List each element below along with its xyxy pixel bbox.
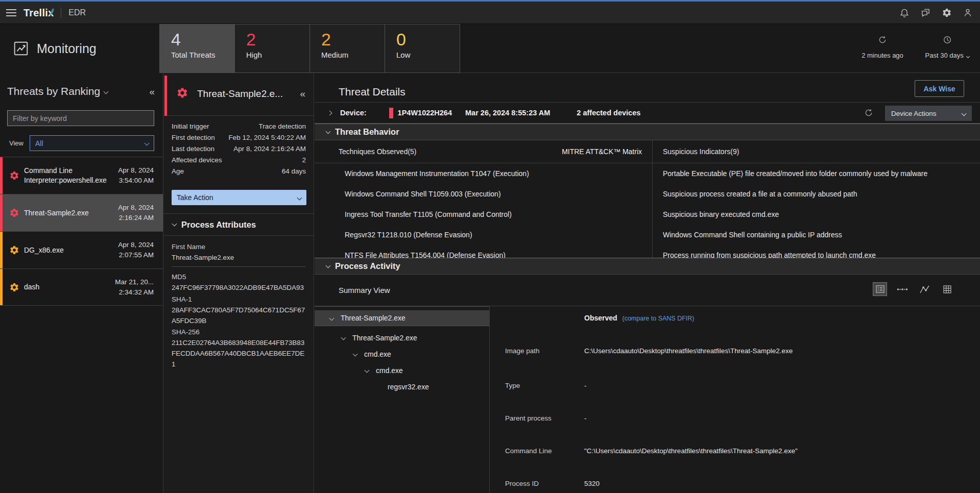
behavior-table-body: Windows Management Instrumentation T1047…: [315, 163, 980, 258]
sidebar-collapse-button[interactable]: [149, 86, 155, 97]
observed-label: Observed: [584, 314, 617, 322]
hamburger-menu-icon[interactable]: [6, 9, 16, 16]
device-severity-bar: [389, 108, 393, 118]
chevron-down-icon: [966, 55, 970, 58]
take-action-dropdown[interactable]: Take Action: [172, 190, 306, 205]
technique-row[interactable]: Windows Command Shell T1059.003 (Executi…: [345, 190, 501, 200]
filter-keyword-input[interactable]: [7, 110, 154, 126]
last-refreshed-text: 2 minutes ago: [862, 52, 903, 59]
threat-behavior-section-header[interactable]: Threat Behavior: [315, 124, 980, 140]
chevron-down-icon: [326, 129, 331, 134]
threat-list: Command Line Interpreter:powershell.exe …: [0, 157, 163, 306]
tile-medium[interactable]: 2 Medium: [309, 24, 385, 73]
threat-gear-icon: [176, 87, 188, 99]
clock-icon: [919, 35, 975, 44]
high-count: 2: [246, 30, 309, 49]
sidebar-title[interactable]: Threats by Ranking: [7, 85, 108, 97]
suspicious-indicators-header: Suspicious Indicators(9): [663, 147, 739, 156]
command-line-label: Command Line: [505, 447, 552, 455]
tile-high[interactable]: 2 High: [234, 24, 310, 73]
device-actions-dropdown[interactable]: Device Actions: [885, 106, 972, 121]
affected-devices-text: 2 affected devices: [577, 109, 640, 117]
feedback-icon[interactable]: [920, 8, 931, 18]
process-attributes-section-header[interactable]: Process Attributes: [163, 213, 314, 236]
top-navigation-bar: Trellix EDR: [0, 0, 980, 24]
technique-row[interactable]: Regsvr32 T1218.010 (Defense Evasion): [345, 231, 472, 241]
process-tree-node[interactable]: Threat-Sample2.exe: [315, 330, 489, 346]
attribute-first-name: First Name Threat-Sample2.exe: [172, 243, 306, 263]
medium-label: Medium: [321, 51, 385, 59]
attribute-sha256: SHA-256 211C2E02764A3B683948E08E44FB73B8…: [172, 328, 306, 369]
total-threats-label: Total Threats: [171, 51, 234, 59]
threat-list-item[interactable]: Threat-Sample2.exe Apr 8, 20242:16:24 AM: [0, 194, 163, 231]
threat-behavior-title: Threat Behavior: [335, 127, 399, 137]
severity-stripe: [0, 157, 3, 194]
field-affected-devices: Affected devices2: [172, 156, 306, 167]
process-tree-node[interactable]: cmd.exe: [315, 346, 489, 362]
tile-low[interactable]: 0 Low: [385, 24, 460, 73]
user-account-icon[interactable]: [963, 8, 973, 18]
chevron-down-icon: [297, 195, 302, 200]
graph-view-icon[interactable]: [918, 282, 932, 296]
indicator-row[interactable]: Portable Executable (PE) file created/mo…: [663, 169, 927, 180]
device-refresh-icon[interactable]: [864, 108, 873, 117]
process-activity-section-header[interactable]: Process Activity: [315, 258, 980, 275]
indicator-row[interactable]: Suspicious binary executed cmd.exe: [663, 210, 779, 220]
indicator-row[interactable]: Suspicious process created a file at a c…: [663, 190, 857, 200]
grid-view-icon[interactable]: [940, 282, 954, 296]
process-name: Threat-Sample2.exe: [341, 314, 405, 322]
process-name: regsvr32.exe: [388, 383, 429, 391]
threat-details-panel: Threat Details Ask Wise Device: 1P4W1022…: [315, 73, 980, 493]
indicator-row[interactable]: Windows Command Shell containing a publi…: [663, 231, 842, 241]
time-range-selector[interactable]: Past 30 days: [919, 35, 975, 60]
sidebar-title-text: Threats by Ranking: [7, 85, 100, 97]
process-tree-node[interactable]: Threat-Sample2.exe: [315, 310, 489, 326]
threats-sidebar: Threats by Ranking View All Command Line…: [0, 73, 163, 493]
field-initial-trigger: Initial triggerTrace detection: [172, 122, 306, 134]
process-tree-node[interactable]: regsvr32.exe: [315, 379, 489, 395]
notifications-bell-icon[interactable]: [899, 8, 910, 18]
compare-sans-dfir-link[interactable]: (compare to SANS DFIR): [622, 315, 694, 322]
device-timestamp: Mar 26, 2024 8:55:23 AM: [465, 109, 550, 117]
severity-stripe: [164, 76, 167, 116]
process-attributes-title: Process Attributes: [181, 220, 256, 230]
process-name: cmd.exe: [376, 366, 403, 375]
chevron-down-icon: [145, 141, 150, 146]
threat-list-item[interactable]: dash Mar 21, 20...2:34:32 AM: [0, 268, 163, 306]
threat-summary-tiles: 4 Total Threats 2 High 2 Medium 0 Low: [160, 24, 460, 73]
refresh-status[interactable]: 2 minutes ago: [852, 35, 913, 60]
process-tree-node[interactable]: cmd.exe: [315, 362, 489, 378]
mitre-attack-matrix-link[interactable]: MITRE ATT&CK™ Matrix: [315, 147, 642, 156]
high-label: High: [246, 51, 309, 59]
type-label: Type: [505, 382, 520, 389]
threat-date: Mar 21, 20...2:34:32 AM: [115, 277, 154, 298]
technique-row[interactable]: NTFS File Attributes T1564.004 (Defense …: [345, 251, 506, 258]
parent-process-label: Parent process: [505, 414, 552, 422]
image-path-label: Image path: [505, 347, 540, 355]
view-select[interactable]: All: [30, 135, 154, 151]
chevron-right-icon[interactable]: [327, 110, 332, 115]
threat-list-item[interactable]: DG_x86.exe Apr 8, 20242:07:55 AM: [0, 231, 163, 268]
timeline-view-icon[interactable]: [895, 282, 910, 296]
settings-gear-icon[interactable]: [942, 8, 952, 18]
chevron-down-icon: [353, 352, 358, 357]
threat-list-item[interactable]: Command Line Interpreter:powershell.exe …: [0, 157, 163, 194]
tile-total-threats[interactable]: 4 Total Threats: [159, 24, 235, 73]
device-id: 1P4W1022H264: [398, 109, 452, 117]
chevron-down-icon: [962, 111, 967, 116]
list-view-icon[interactable]: [873, 282, 887, 296]
indicator-row[interactable]: Process running from suspicious path att…: [663, 251, 876, 258]
technique-row[interactable]: Ingress Tool Transfer T1105 (Command and…: [345, 210, 512, 220]
page-title: Monitoring: [37, 41, 97, 56]
technique-row[interactable]: Windows Management Instrumentation T1047…: [345, 169, 529, 180]
view-label: View: [9, 139, 30, 147]
total-threats-count: 4: [171, 30, 234, 49]
attribute-md5: MD5 247FC96F37798A3022ADB9E47BA5DA93: [172, 273, 306, 293]
process-name: Threat-Sample2.exe: [352, 334, 417, 342]
command-line-value: "C:\Users\cdaauto\Desktop\threatfiles\th…: [584, 447, 798, 455]
ask-wise-button[interactable]: Ask Wise: [915, 80, 964, 97]
threat-gear-icon: [9, 170, 19, 181]
panel-collapse-button[interactable]: [300, 88, 305, 100]
chevron-down-icon: [326, 263, 331, 268]
image-path-value: C:\Users\cdaauto\Desktop\threatfiles\thr…: [584, 347, 793, 355]
